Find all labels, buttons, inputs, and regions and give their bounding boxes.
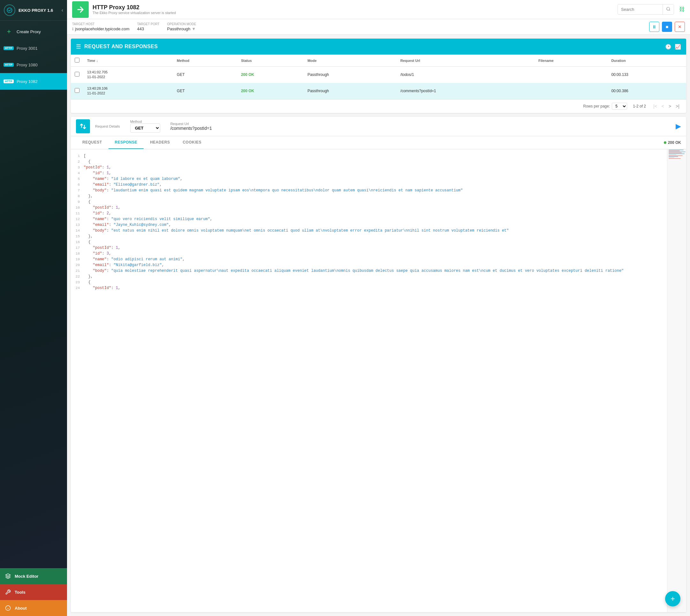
code-view: 1 [ 2 { 3 "postId": 1, 4 "id": 1, 5 [71, 149, 686, 612]
last-page-button[interactable]: >| [674, 103, 681, 109]
target-port-field: Target Port 443 [137, 22, 159, 31]
request-panel-actions: 🕑 📈 [665, 44, 681, 50]
proxy-main-icon [72, 1, 89, 18]
detail-panel: Request Details Method GET POST PUT DELE… [71, 117, 686, 612]
url-block: Request Url /comments?postId=1 [170, 122, 670, 131]
pause-button[interactable]: ⏸ [649, 22, 660, 32]
sidebar: EKKO PROXY 1.6 ‹ Create Proxy HTTP Proxy… [0, 0, 67, 616]
tab-headers[interactable]: HEADERS [144, 136, 176, 149]
proxy-1080-label: Proxy 1080 [17, 63, 38, 67]
row-time: 13:41:02.705 11-01-2022 [83, 67, 173, 83]
topbar: HTTP Proxy 1082 The Ekko Proxy service v… [67, 0, 690, 19]
table-footer: Rows per page: 5 10 25 1-2 of 2 |< < > >… [71, 99, 686, 113]
first-page-button[interactable]: |< [652, 103, 659, 109]
code-line: 9 { [71, 199, 686, 205]
create-proxy-label: Create Proxy [17, 29, 41, 34]
row-method: GET [173, 67, 237, 83]
tab-cookies[interactable]: COOKIES [176, 136, 208, 149]
code-line: 14 "body": "est natus enim nihil est dol… [71, 228, 686, 234]
row-filename [535, 67, 607, 83]
create-proxy-icon [4, 27, 14, 36]
mock-editor-icon [4, 573, 12, 580]
sidebar-item-proxy-3001[interactable]: HTTP Proxy 3001 [0, 40, 67, 57]
about-button[interactable]: About [0, 600, 67, 616]
detail-icon [76, 119, 90, 133]
about-label: About [15, 606, 27, 611]
ekko-logo [4, 4, 15, 16]
sidebar-item-proxy-1080[interactable]: HTTP Proxy 1080 [0, 57, 67, 73]
table-row[interactable]: 13:40:28.106 11-01-2022 GET 200 OK Passt… [71, 83, 686, 99]
method-label: Method [130, 119, 160, 124]
add-fab-button[interactable]: + [665, 591, 681, 607]
code-line: 8 }, [71, 193, 686, 199]
target-host-label: Target Host [72, 22, 130, 26]
search-box [618, 4, 674, 15]
request-details-label-block: Request Details [95, 124, 120, 129]
code-line: 11 "id": 2, [71, 211, 686, 216]
code-line: 17 "postId": 1, [71, 245, 686, 251]
collapse-icon[interactable]: ‹ [62, 7, 63, 13]
status-dot [664, 141, 666, 144]
operation-mode-label: Operation Mode [167, 22, 196, 26]
search-input[interactable] [618, 5, 663, 14]
sidebar-nav: Create Proxy HTTP Proxy 3001 HTTP Proxy … [0, 21, 67, 568]
mock-editor-button[interactable]: Mock Editor [0, 568, 67, 584]
code-line: 2 { [71, 159, 686, 164]
code-line: 12 "name": "quo vero reiciendis velit si… [71, 216, 686, 222]
code-line: 13 "email": "Jayne_Kuhic@sydney.com", [71, 222, 686, 228]
col-method: Method [173, 54, 237, 67]
pagination-info: 1-2 of 2 [633, 104, 646, 108]
link-icon[interactable]: ⛓ [679, 6, 685, 13]
row-url: /todos/1 [397, 67, 535, 83]
row-checkbox[interactable] [75, 88, 80, 93]
search-button[interactable] [663, 4, 674, 14]
proxy-3001-label: Proxy 3001 [17, 46, 38, 51]
rows-per-page: Rows per page: 5 10 25 [583, 103, 627, 110]
status-text: 200 OK [668, 140, 681, 145]
row-checkbox[interactable] [75, 72, 80, 76]
request-table: Time ↓ Method Status Mode Request Url Fi… [71, 54, 686, 99]
chart-icon[interactable]: 📈 [675, 44, 681, 50]
sidebar-item-proxy-1082[interactable]: HTTP Proxy 1082 [0, 73, 67, 90]
tab-response[interactable]: RESPONSE [108, 136, 144, 149]
method-select[interactable]: GET POST PUT DELETE [130, 124, 160, 133]
code-line: 19 "name": "odio adipisci rerum aut anim… [71, 257, 686, 262]
code-line: 22 }, [71, 274, 686, 280]
proxy-1082-icon: HTTP [4, 77, 14, 86]
operation-mode-field: Operation Mode Passthrough ▼ [167, 22, 196, 31]
proxy-1082-label: Proxy 1082 [17, 79, 38, 84]
rows-per-page-label: Rows per page: [583, 104, 610, 108]
svg-point-0 [7, 8, 12, 13]
table-row[interactable]: 13:41:02.705 11-01-2022 GET 200 OK Passt… [71, 67, 686, 83]
code-line: 3 "postId": 1, [71, 164, 686, 170]
rows-per-page-select[interactable]: 5 10 25 [612, 103, 627, 110]
tools-label: Tools [15, 590, 25, 595]
request-url-display: /comments?postId=1 [170, 126, 670, 131]
row-duration: 00:00.386 [607, 83, 686, 99]
proxy-3001-icon: HTTP [4, 44, 14, 53]
tools-button[interactable]: Tools [0, 584, 67, 600]
select-all-checkbox[interactable] [75, 58, 80, 63]
row-status: 200 OK [237, 83, 303, 99]
col-mode: Mode [303, 54, 396, 67]
status-badge: 200 OK [664, 140, 681, 145]
row-method: GET [173, 83, 237, 99]
target-port-value: 443 [137, 26, 159, 31]
request-table-wrapper: Time ↓ Method Status Mode Request Url Fi… [71, 54, 686, 99]
stop-button[interactable]: ■ [662, 22, 672, 32]
prev-page-button[interactable]: < [660, 103, 666, 109]
history-icon[interactable]: 🕑 [665, 44, 671, 50]
close-button[interactable]: ✕ [675, 22, 685, 32]
tab-request[interactable]: REQUEST [76, 136, 108, 149]
code-line: 15 }, [71, 234, 686, 239]
tools-icon [4, 589, 12, 596]
request-panel-header: ☰ REQUEST AND RESPONSES 🕑 📈 [71, 39, 686, 54]
create-proxy-button[interactable]: Create Proxy [0, 23, 67, 40]
main-area: HTTP Proxy 1082 The Ekko Proxy service v… [67, 0, 690, 616]
proxy-1080-icon: HTTP [4, 60, 14, 69]
next-page-button[interactable]: > [667, 103, 673, 109]
proxy-subtitle: The Ekko Proxy service virtualization se… [92, 11, 614, 15]
url-label: Request Url [170, 122, 670, 126]
send-button[interactable]: ▶ [676, 122, 681, 130]
code-line: 10 "postId": 1, [71, 205, 686, 211]
